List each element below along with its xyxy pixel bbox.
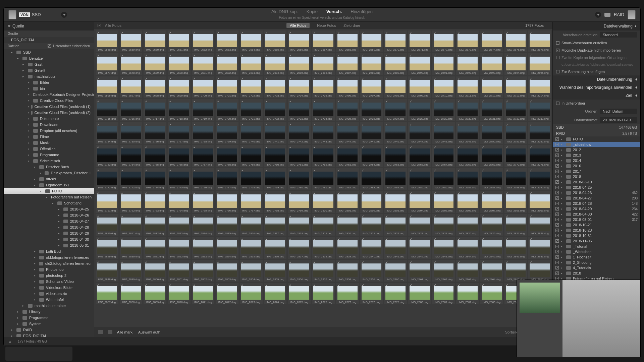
thumbnail[interactable]: ✓IMG_2697.dng	[120, 76, 143, 98]
thumbnail[interactable]: ✓IMG_2851.dng	[168, 260, 191, 282]
folder-programme[interactable]: ▸Programme	[4, 152, 94, 158]
thumbnail[interactable]: ✓IMG_2709.dng	[408, 76, 431, 98]
dest-folder-2018-04-30[interactable]: ▸2018-04-30422	[553, 212, 640, 217]
thumbnail[interactable]: ✓IMG_2669.dng	[360, 31, 383, 52]
thumbnail[interactable]: ✓IMG_2812.dng	[144, 214, 166, 236]
dest-folder-2018[interactable]: ▸2018	[553, 174, 640, 179]
thumbnail[interactable]: ✓IMG_2695.dng	[528, 53, 551, 75]
thumbnail[interactable]: ✓IMG_2780.dng	[288, 168, 311, 190]
thumbnail[interactable]: ✓IMG_2841.dng	[384, 237, 407, 258]
select-all-button[interactable]: Alle mark.	[117, 330, 133, 334]
thumbnail[interactable]: ✓IMG_2671.dng	[408, 31, 431, 52]
smart-previews-checkbox[interactable]	[556, 41, 559, 45]
thumbnail[interactable]: ✓IMG_2747.dng	[408, 122, 431, 144]
thumbnail[interactable]: ✓IMG_2736.dng	[144, 122, 166, 144]
action-as-dng[interactable]: Als DNG kop.	[271, 9, 298, 14]
filter-new[interactable]: Neue Fotos	[317, 23, 336, 27]
thumbnail[interactable]: ✓IMG_2677.dng	[96, 53, 118, 75]
folder-musik[interactable]: ▸Musik	[4, 140, 94, 146]
thumbnail[interactable]: ✓IMG_2796.dng	[216, 191, 238, 213]
thumbnail[interactable]: ✓IMG_2794.dng	[168, 191, 191, 213]
folder-2018-04-30[interactable]: ▸2018-04-30	[4, 236, 94, 242]
thumbnail[interactable]: ✓IMG_2748.dng	[432, 122, 455, 144]
thumbnail[interactable]: ✓IMG_2698.dng	[144, 76, 166, 98]
thumbnail[interactable]: ✓IMG_2864.dng	[480, 260, 503, 282]
thumbnail[interactable]: ✓IMG_2694.dng	[504, 53, 527, 75]
thumbnail[interactable]: ✓IMG_2766.dng	[408, 145, 431, 167]
thumbnail[interactable]: ✓IMG_2878.dng	[360, 283, 383, 304]
folder-2018-04-27[interactable]: ▸2018-04-27	[4, 218, 94, 224]
thumbnail[interactable]: ✓IMG_2857.dng	[312, 260, 335, 282]
thumbnail[interactable]: ✓IMG_2790.dng	[528, 168, 551, 190]
dest-drive-ssd[interactable]: SSD14 / 466 GB	[553, 124, 640, 130]
dest-folder-4-tutorials[interactable]: ▸4_Tutorials	[553, 265, 640, 270]
thumbnail[interactable]: ✓IMG_2732.dng	[504, 99, 527, 121]
folder-bilder[interactable]: ▸Bilder	[4, 79, 94, 85]
thumbnail[interactable]: ✓IMG_2803.dng	[384, 191, 407, 213]
dest-folder--tutorial[interactable]: ▸_Tutorial	[553, 244, 640, 249]
folder-wettertafel[interactable]: ▸Wettertafel	[4, 297, 94, 303]
folder-foto[interactable]: ▸FOTO	[4, 188, 94, 194]
folder-downloads[interactable]: ▸Downloads	[4, 122, 94, 128]
thumbnail[interactable]: ✓IMG_2795.dng	[192, 191, 215, 213]
thumbnail[interactable]: ✓IMG_2872.dng	[216, 283, 238, 304]
action-copy[interactable]: Kopie	[307, 9, 318, 14]
thumbnail[interactable]: ✓IMG_2737.dng	[168, 122, 191, 144]
thumbnail[interactable]: ✓IMG_2725.dng	[336, 99, 359, 121]
dest-folder-2018-04-28[interactable]: ▸2018-04-28148	[553, 201, 640, 206]
thumbnail[interactable]: ✓IMG_2785.dng	[408, 168, 431, 190]
filter-all[interactable]: Alle Fotos	[286, 23, 310, 28]
thumbnail[interactable]: ✓IMG_2718.dng	[168, 99, 191, 121]
thumbnail[interactable]: ✓IMG_2827.dng	[504, 214, 527, 236]
thumbnail[interactable]: ✓IMG_2797.dng	[240, 191, 263, 213]
thumbnail[interactable]: ✓IMG_2821.dng	[360, 214, 383, 236]
folder-creative-cloud-files-archived-1-[interactable]: ▸Creative Cloud Files (archived) (1)	[4, 104, 94, 110]
thumbnail[interactable]: ✓IMG_2688.dng	[360, 53, 383, 75]
thumbnail[interactable]: ✓IMG_2760.dng	[264, 145, 287, 167]
folder-dropbox-altloeschen-[interactable]: ▸Dropbox (altLoeschen)	[4, 128, 94, 134]
thumbnail[interactable]: ✓IMG_2825.dng	[456, 214, 479, 236]
thumbnail[interactable]: ✓IMG_2783.dng	[360, 168, 383, 190]
loupe-view-icon[interactable]	[108, 330, 112, 334]
folder-ditscher-buch[interactable]: ▸Ditscher Buch	[4, 164, 94, 170]
dest-folder-2018[interactable]: ▸2018	[553, 270, 640, 276]
thumbnail[interactable]: ✓IMG_2875.dng	[288, 283, 311, 304]
thumbnail[interactable]: ✓IMG_2742.dng	[288, 122, 311, 144]
dest-folder-foto[interactable]: ▸FOTO	[553, 136, 640, 142]
all-photos-checkbox[interactable]	[98, 24, 101, 27]
thumbnail[interactable]: ✓IMG_2716.dng	[120, 99, 143, 121]
folder-system[interactable]: ▸System	[4, 321, 94, 327]
thumbnail[interactable]: ✓IMG_2836.dng	[264, 237, 287, 258]
drive-ssd[interactable]: ▸SSD	[4, 49, 94, 55]
folder-2018-04-29[interactable]: ▸2018-04-29	[4, 230, 94, 236]
thumbnail[interactable]: ✓IMG_2768.dng	[456, 145, 479, 167]
dest-folder-2018-04-25[interactable]: ▸2018-04-25	[553, 185, 640, 190]
thumbnail[interactable]: ✓IMG_2665.dng	[264, 31, 287, 52]
thumbnail[interactable]: ✓IMG_2705.dng	[312, 76, 335, 98]
action-add[interactable]: Hinzufügen	[351, 9, 373, 14]
no-duplicates-checkbox[interactable]	[556, 49, 559, 52]
thumbnail[interactable]: ✓IMG_2753.dng	[96, 145, 118, 167]
thumbnail[interactable]: ✓IMG_2774.dng	[144, 168, 166, 190]
folder-creative-cloud-files-archived-2-[interactable]: ▸Creative Cloud Files (archived) (2)	[4, 110, 94, 116]
thumbnail[interactable]: ✓IMG_2816.dng	[240, 214, 263, 236]
thumbnail[interactable]: ✓IMG_2730.dng	[456, 99, 479, 121]
folder-schottland[interactable]: ▸Schottland	[4, 200, 94, 206]
thumbnail[interactable]: ✓IMG_2703.dng	[264, 76, 287, 98]
thumbnail[interactable]: ✓IMG_2699.dng	[168, 76, 191, 98]
folder-gast[interactable]: ▸Gast	[4, 61, 94, 67]
thumbnail[interactable]: ✓IMG_2871.dng	[192, 283, 215, 304]
thumbnail[interactable]: ✓IMG_2722.dng	[264, 99, 287, 121]
folder-2018-05-01[interactable]: ▸2018-05-01	[4, 242, 94, 248]
dest-folder-2013[interactable]: ▸2013	[553, 153, 640, 158]
folder-benutzer[interactable]: ▸Benutzer	[4, 55, 94, 61]
eject-icon[interactable]	[604, 13, 610, 17]
thumbnail[interactable]: ✓IMG_2786.dng	[432, 168, 455, 190]
thumbnail[interactable]: ✓IMG_2689.dng	[384, 53, 407, 75]
dest-folder-2018-05-01[interactable]: ▸2018-05-01317	[553, 217, 640, 222]
thumbnail[interactable]: ✓IMG_2784.dng	[384, 168, 407, 190]
thumbnail[interactable]: ✓IMG_2708.dng	[384, 76, 407, 98]
thumbnail[interactable]: ✓IMG_2782.dng	[336, 168, 359, 190]
folder-cinebook-fotobuch-designer-projects[interactable]: ▸Cinebook Fotobuch Designer Projects	[4, 92, 94, 98]
thumbnail[interactable]: ✓IMG_2808.dng	[504, 191, 527, 213]
